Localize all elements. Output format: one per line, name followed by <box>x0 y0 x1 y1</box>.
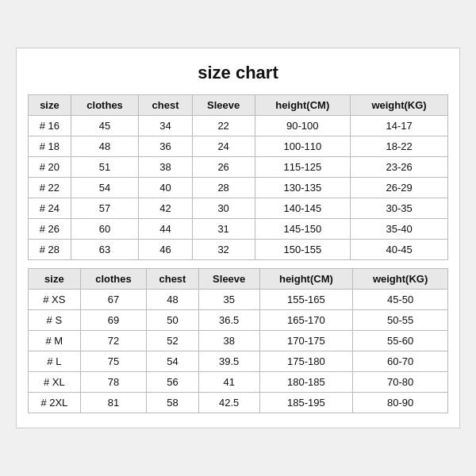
table-cell: 35 <box>198 290 259 310</box>
table-cell: 57 <box>71 198 139 219</box>
column-header: height(CM) <box>255 95 351 116</box>
table-cell: # L <box>29 351 81 372</box>
table-cell: 22 <box>192 116 255 136</box>
table-row: # 28634632150-15540-45 <box>29 240 448 260</box>
table-row: # 2XL815842.5185-19580-90 <box>29 393 448 413</box>
table-cell: 26 <box>192 157 255 178</box>
table-cell: 55-60 <box>353 331 448 351</box>
table-cell: # S <box>29 310 81 331</box>
table-cell: 130-135 <box>255 178 351 198</box>
table-cell: 41 <box>198 372 259 393</box>
table-cell: 72 <box>80 331 146 351</box>
table-cell: 51 <box>71 157 139 178</box>
table-cell: 30-35 <box>351 198 448 219</box>
table-cell: 40-45 <box>351 240 448 260</box>
table-cell: # XL <box>29 372 81 393</box>
column-header: chest <box>147 269 199 290</box>
table-cell: 14-17 <box>351 116 448 136</box>
table-cell: 38 <box>198 331 259 351</box>
table-cell: 46 <box>139 240 192 260</box>
table-cell: 56 <box>147 372 199 393</box>
table-cell: 63 <box>71 240 139 260</box>
table-cell: 67 <box>80 290 146 310</box>
table-cell: 50 <box>147 310 199 331</box>
table-row: # 22544028130-13526-29 <box>29 178 448 198</box>
table-row: # 18483624100-11018-22 <box>29 136 448 157</box>
table-cell: 36 <box>139 136 192 157</box>
table-cell: 28 <box>192 178 255 198</box>
size-chart-card: size chart sizeclotheschestSleeveheight(… <box>16 48 460 428</box>
table-cell: # 26 <box>29 219 71 240</box>
column-header: Sleeve <box>192 95 255 116</box>
table-cell: # 24 <box>29 198 71 219</box>
column-header: Sleeve <box>198 269 259 290</box>
table-cell: 35-40 <box>351 219 448 240</box>
table-cell: 52 <box>147 331 199 351</box>
table-row: # L755439.5175-18060-70 <box>29 351 448 372</box>
table-cell: 180-185 <box>259 372 353 393</box>
table-cell: # 28 <box>29 240 71 260</box>
table-cell: 34 <box>139 116 192 136</box>
table-cell: 155-165 <box>259 290 353 310</box>
table-row: # 26604431145-15035-40 <box>29 219 448 240</box>
table-cell: 48 <box>147 290 199 310</box>
table-cell: 18-22 <box>351 136 448 157</box>
table-cell: 30 <box>192 198 255 219</box>
table-cell: # 16 <box>29 116 71 136</box>
table-cell: 45-50 <box>353 290 448 310</box>
table-cell: 165-170 <box>259 310 353 331</box>
table-cell: 75 <box>80 351 146 372</box>
table-cell: 170-175 <box>259 331 353 351</box>
table-row: # XS674835155-16545-50 <box>29 290 448 310</box>
table-cell: 54 <box>147 351 199 372</box>
table-cell: 32 <box>192 240 255 260</box>
table-cell: 38 <box>139 157 192 178</box>
table-cell: # XS <box>29 290 81 310</box>
table-cell: 100-110 <box>255 136 351 157</box>
table-cell: 175-180 <box>259 351 353 372</box>
table-cell: 42.5 <box>198 393 259 413</box>
table-cell: 50-55 <box>353 310 448 331</box>
table-cell: 45 <box>71 116 139 136</box>
column-header: clothes <box>80 269 146 290</box>
column-header: size <box>29 95 71 116</box>
table-cell: 54 <box>71 178 139 198</box>
chart-title: size chart <box>28 63 448 83</box>
table-cell: 44 <box>139 219 192 240</box>
table-cell: 90-100 <box>255 116 351 136</box>
table-cell: 42 <box>139 198 192 219</box>
table-cell: # M <box>29 331 81 351</box>
table-cell: 40 <box>139 178 192 198</box>
table-row: # M725238170-17555-60 <box>29 331 448 351</box>
table-cell: 150-155 <box>255 240 351 260</box>
table-cell: 70-80 <box>353 372 448 393</box>
column-header: size <box>29 269 81 290</box>
table-cell: # 2XL <box>29 393 81 413</box>
table-cell: 115-125 <box>255 157 351 178</box>
table-cell: 69 <box>80 310 146 331</box>
column-header: clothes <box>71 95 139 116</box>
table-cell: # 18 <box>29 136 71 157</box>
table-cell: 24 <box>192 136 255 157</box>
table-row: # 20513826115-12523-26 <box>29 157 448 178</box>
table-row: # XL785641180-18570-80 <box>29 372 448 393</box>
table-cell: 185-195 <box>259 393 353 413</box>
table-row: # S695036.5165-17050-55 <box>29 310 448 331</box>
table-row: # 24574230140-14530-35 <box>29 198 448 219</box>
table-cell: 78 <box>80 372 146 393</box>
column-header: chest <box>139 95 192 116</box>
table-cell: 23-26 <box>351 157 448 178</box>
column-header: weight(KG) <box>351 95 448 116</box>
table-cell: 31 <box>192 219 255 240</box>
column-header: height(CM) <box>259 269 353 290</box>
table-cell: 140-145 <box>255 198 351 219</box>
table-cell: 39.5 <box>198 351 259 372</box>
table-cell: 81 <box>80 393 146 413</box>
table-cell: 58 <box>147 393 199 413</box>
size-table-2: sizeclotheschestSleeveheight(CM)weight(K… <box>28 268 448 413</box>
table-cell: 36.5 <box>198 310 259 331</box>
table-row: # 1645342290-10014-17 <box>29 116 448 136</box>
size-table-1: sizeclotheschestSleeveheight(CM)weight(K… <box>28 94 448 260</box>
table-cell: 60 <box>71 219 139 240</box>
table-cell: 80-90 <box>353 393 448 413</box>
